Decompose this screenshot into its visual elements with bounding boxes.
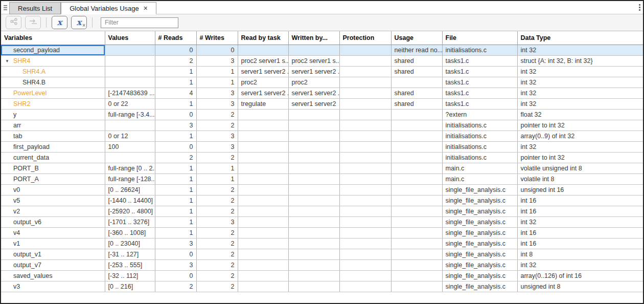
cell-values[interactable] — [105, 120, 155, 131]
column-header-file[interactable]: File — [442, 31, 517, 45]
cell-data-type[interactable]: int 32 — [517, 259, 643, 270]
cell-written-by[interactable] — [288, 163, 339, 173]
cell-reads[interactable]: 1 — [155, 173, 196, 184]
cell-file[interactable]: single_file_analysis.c — [442, 270, 517, 281]
variable-cell[interactable]: output_v7 — [1, 259, 105, 270]
variable-cell[interactable]: v1 — [1, 238, 105, 249]
cell-values[interactable]: [0 .. 26624] — [105, 184, 155, 195]
cell-protection[interactable] — [339, 45, 391, 55]
cell-protection[interactable] — [339, 195, 391, 206]
cell-writes[interactable]: 3 — [196, 216, 238, 227]
cell-data-type[interactable]: array(0..9) of int 32 — [517, 131, 643, 141]
column-header-read-by-task[interactable]: Read by task — [238, 31, 288, 45]
column-header-writes[interactable]: # Writes — [196, 31, 238, 45]
cell-file[interactable]: tasks1.c — [442, 98, 517, 109]
cell-data-type[interactable]: pointer to int 32 — [517, 120, 643, 131]
variable-cell[interactable]: v5 — [1, 195, 105, 206]
cell-read-by-task[interactable] — [238, 270, 288, 281]
cell-data-type[interactable]: int 32 — [517, 98, 643, 109]
cell-writes[interactable]: 2 — [196, 206, 238, 216]
cell-read-by-task[interactable]: server1 server2 ... — [238, 66, 288, 77]
cell-writes[interactable]: 2 — [196, 270, 238, 281]
cell-usage[interactable] — [391, 281, 442, 292]
cell-read-by-task[interactable] — [238, 249, 288, 259]
cell-values[interactable]: [-1701 .. 3276] — [105, 216, 155, 227]
cell-writes[interactable]: 2 — [196, 259, 238, 270]
cell-writes[interactable]: 1 — [196, 173, 238, 184]
cell-written-by[interactable]: server1 server2 ... — [288, 88, 339, 98]
variable-cell[interactable]: v3 — [1, 281, 105, 292]
cell-writes[interactable]: 3 — [196, 131, 238, 141]
variable-cell[interactable]: PORT_A — [1, 173, 105, 184]
cell-data-type[interactable]: volatile unsigned int 8 — [517, 163, 643, 173]
cell-read-by-task[interactable] — [238, 195, 288, 206]
cell-file[interactable]: main.c — [442, 163, 517, 173]
cell-reads[interactable]: 3 — [155, 259, 196, 270]
cell-file[interactable]: tasks1.c — [442, 66, 517, 77]
variable-cell[interactable]: tab — [1, 131, 105, 141]
cell-reads[interactable]: 0 — [155, 249, 196, 259]
cell-data-type[interactable]: int 16 — [517, 238, 643, 249]
cell-file[interactable]: tasks1.c — [442, 55, 517, 66]
cell-read-by-task[interactable] — [238, 120, 288, 131]
cell-file[interactable]: initialisations.c — [442, 152, 517, 163]
cell-read-by-task[interactable] — [238, 216, 288, 227]
cell-usage[interactable] — [391, 163, 442, 173]
cell-read-by-task[interactable] — [238, 141, 288, 152]
cell-file[interactable]: initialisations.c — [442, 141, 517, 152]
variable-cell[interactable]: saved_values — [1, 270, 105, 281]
cell-reads[interactable]: 1 — [155, 184, 196, 195]
cell-values[interactable]: [-31 .. 127] — [105, 249, 155, 259]
cell-reads[interactable]: 1 — [155, 66, 196, 77]
cell-file[interactable]: main.c — [442, 173, 517, 184]
cell-read-by-task[interactable] — [238, 109, 288, 120]
cell-values[interactable]: [-360 .. 1008] — [105, 227, 155, 238]
cell-writes[interactable]: 0 — [196, 45, 238, 55]
cell-writes[interactable]: 2 — [196, 227, 238, 238]
cell-data-type[interactable]: int 32 — [517, 45, 643, 55]
cell-read-by-task[interactable]: tregulate — [238, 98, 288, 109]
cell-usage[interactable]: shared — [391, 66, 442, 77]
cell-file[interactable]: ?extern — [442, 109, 517, 120]
cell-writes[interactable]: 1 — [196, 77, 238, 88]
cell-usage[interactable] — [391, 141, 442, 152]
cell-reads[interactable]: 1 — [155, 163, 196, 173]
cell-reads[interactable]: 4 — [155, 88, 196, 98]
cell-read-by-task[interactable]: proc2 server1 s... — [238, 55, 288, 66]
cell-usage[interactable] — [391, 120, 442, 131]
cell-protection[interactable] — [339, 66, 391, 77]
cell-reads[interactable]: 0 — [155, 141, 196, 152]
cell-protection[interactable] — [339, 206, 391, 216]
cell-data-type[interactable]: pointer to int 32 — [517, 152, 643, 163]
cell-values[interactable]: full-range [-3.4... — [105, 109, 155, 120]
variable-cell[interactable]: output_v1 — [1, 249, 105, 259]
cell-reads[interactable]: 1 — [155, 227, 196, 238]
cell-values[interactable]: 0 or 22 — [105, 98, 155, 109]
cell-reads[interactable]: 1 — [155, 216, 196, 227]
cell-values[interactable] — [105, 45, 155, 55]
cell-reads[interactable]: 3 — [155, 120, 196, 131]
cell-protection[interactable] — [339, 88, 391, 98]
cell-reads[interactable]: 2 — [155, 55, 196, 66]
tab-global-variables-usage[interactable]: Global Variables Usage × — [61, 2, 156, 14]
variable-cell[interactable]: current_data — [1, 152, 105, 163]
tab-results-list[interactable]: Results List — [9, 2, 61, 14]
column-header-usage[interactable]: Usage — [391, 31, 442, 45]
cell-protection[interactable] — [339, 152, 391, 163]
cell-values[interactable]: [-32 .. 112] — [105, 270, 155, 281]
cell-values[interactable] — [105, 55, 155, 66]
cell-read-by-task[interactable] — [238, 227, 288, 238]
hide-variables-button[interactable]: x × — [71, 16, 87, 29]
cell-written-by[interactable] — [288, 173, 339, 184]
cell-data-type[interactable]: int 16 — [517, 206, 643, 216]
cell-protection[interactable] — [339, 120, 391, 131]
cell-data-type[interactable]: int 32 — [517, 88, 643, 98]
cell-read-by-task[interactable] — [238, 45, 288, 55]
cell-reads[interactable]: 1 — [155, 77, 196, 88]
cell-writes[interactable]: 1 — [196, 163, 238, 173]
cell-read-by-task[interactable] — [238, 206, 288, 216]
cell-written-by[interactable]: proc2 server1 s... — [288, 55, 339, 66]
cell-file[interactable]: tasks1.c — [442, 88, 517, 98]
variable-cell[interactable]: SHR2 — [1, 98, 105, 109]
variable-cell[interactable]: v4 — [1, 227, 105, 238]
